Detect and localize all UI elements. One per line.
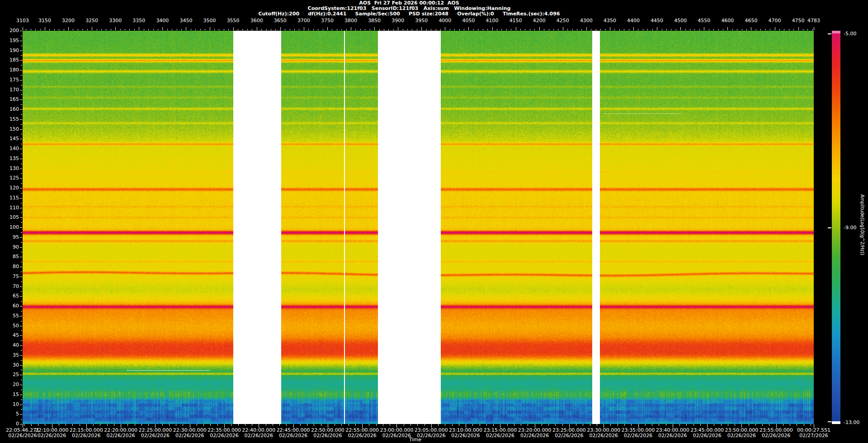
left-axis-tick xyxy=(20,51,22,51)
top-axis-minor-tick xyxy=(760,29,761,30)
bottom-axis-minor-tick xyxy=(776,424,777,426)
top-axis-minor-tick xyxy=(26,29,26,30)
top-axis-minor-tick xyxy=(337,29,337,30)
top-axis-minor-tick xyxy=(407,29,408,30)
left-axis-label: 140 xyxy=(3,146,19,151)
colorbar-tick xyxy=(828,227,831,228)
top-axis-minor-tick xyxy=(393,29,394,30)
left-axis-tick xyxy=(20,424,22,424)
bottom-axis-minor-tick xyxy=(45,424,45,426)
left-axis-minor-tick xyxy=(21,232,22,233)
bottom-axis-minor-tick xyxy=(293,424,294,426)
bottom-axis-minor-tick xyxy=(369,424,369,426)
bottom-axis-minor-tick xyxy=(583,424,583,426)
bottom-axis-minor-tick xyxy=(59,424,59,426)
top-axis-label: 4150 xyxy=(507,18,525,24)
top-axis-minor-tick xyxy=(473,29,474,30)
left-axis-label: 5 xyxy=(3,411,19,417)
top-axis-minor-tick xyxy=(355,29,356,30)
bottom-axis-minor-tick xyxy=(404,424,404,426)
bottom-axis-minor-tick xyxy=(176,424,176,426)
top-axis-tick xyxy=(233,27,234,30)
bottom-axis-minor-tick xyxy=(707,424,708,426)
left-axis-tick xyxy=(20,119,22,120)
top-axis-minor-tick xyxy=(487,29,488,30)
top-axis-minor-tick xyxy=(614,29,615,30)
left-axis-label: 110 xyxy=(3,205,19,211)
top-axis-minor-tick xyxy=(97,29,97,30)
top-axis-tick xyxy=(351,27,351,30)
top-axis-minor-tick xyxy=(177,29,177,30)
top-axis-minor-tick xyxy=(271,29,271,30)
top-axis-tick xyxy=(210,27,210,30)
top-axis-minor-tick xyxy=(454,29,455,30)
spectrogram-canvas[interactable] xyxy=(23,31,814,424)
bottom-axis-minor-tick xyxy=(31,424,32,426)
bottom-axis-minor-tick xyxy=(417,424,418,426)
left-axis-minor-tick xyxy=(21,154,22,154)
top-axis-tick xyxy=(775,27,775,30)
bottom-axis-minor-tick xyxy=(507,424,508,426)
top-axis-label: 4050 xyxy=(459,18,477,24)
bottom-axis-minor-tick xyxy=(279,424,280,426)
top-axis-label: 4350 xyxy=(601,18,619,24)
bottom-axis-minor-tick xyxy=(631,424,632,426)
top-axis-minor-tick xyxy=(643,29,643,30)
left-axis-minor-tick xyxy=(21,301,22,302)
top-axis-minor-tick xyxy=(200,29,201,30)
bottom-axis-minor-tick xyxy=(700,424,701,426)
top-axis-minor-tick xyxy=(370,29,370,30)
bottom-axis-minor-tick xyxy=(652,424,652,426)
top-axis-minor-tick xyxy=(144,29,144,30)
top-axis-minor-tick xyxy=(793,29,794,30)
top-axis-minor-tick xyxy=(647,29,648,30)
top-axis-minor-tick xyxy=(478,29,478,30)
top-axis-label: 3150 xyxy=(36,18,54,24)
bottom-axis-minor-tick xyxy=(811,424,811,426)
bottom-axis-minor-tick xyxy=(438,424,439,426)
top-axis-minor-tick xyxy=(450,29,450,30)
top-axis-minor-tick xyxy=(261,29,262,30)
left-axis-label: 45 xyxy=(3,333,19,338)
top-axis-label: 4783 xyxy=(805,18,823,24)
left-axis-label: 125 xyxy=(3,175,19,181)
top-axis-minor-tick xyxy=(35,29,36,30)
top-axis-minor-tick xyxy=(803,29,803,30)
left-axis-tick xyxy=(20,375,22,375)
colorbar-label-max: -5.00 xyxy=(844,31,856,37)
top-axis-minor-tick xyxy=(242,29,243,30)
top-axis-minor-tick xyxy=(299,29,299,30)
top-axis-tick xyxy=(421,27,422,30)
left-axis-minor-tick xyxy=(21,114,22,115)
top-axis-minor-tick xyxy=(718,29,719,30)
bottom-axis-minor-tick xyxy=(645,424,646,426)
top-axis-label: 3700 xyxy=(295,18,313,24)
top-axis-minor-tick xyxy=(172,29,172,30)
left-axis-minor-tick xyxy=(21,242,22,243)
left-axis-label: 175 xyxy=(3,77,19,83)
top-axis-minor-tick xyxy=(497,29,497,30)
left-axis-minor-tick xyxy=(21,104,22,105)
left-axis-minor-tick xyxy=(21,193,22,193)
bottom-axis-minor-tick xyxy=(169,424,170,426)
top-axis-tick xyxy=(610,27,610,30)
left-axis-tick xyxy=(20,395,22,395)
bottom-axis-minor-tick xyxy=(659,424,659,426)
top-axis-minor-tick xyxy=(78,29,78,30)
bottom-axis-minor-tick xyxy=(328,424,328,426)
left-axis-label: 180 xyxy=(3,67,19,73)
top-axis-minor-tick xyxy=(346,29,347,30)
top-axis-label: 4450 xyxy=(648,18,666,24)
left-axis-minor-tick xyxy=(21,85,22,85)
top-axis-label: 4400 xyxy=(624,18,642,24)
top-axis-minor-tick xyxy=(553,29,554,30)
left-axis-label: 200 xyxy=(3,28,19,33)
top-axis-minor-tick xyxy=(671,29,671,30)
bottom-axis-minor-tick xyxy=(790,424,790,426)
top-axis-label: 3950 xyxy=(412,18,430,24)
bottom-axis-minor-tick xyxy=(762,424,763,426)
bottom-axis-minor-tick xyxy=(376,424,377,426)
bottom-axis-date-label: 02/26/2026 xyxy=(755,433,798,438)
top-axis-minor-tick xyxy=(699,29,700,30)
top-axis-minor-tick xyxy=(134,29,135,30)
